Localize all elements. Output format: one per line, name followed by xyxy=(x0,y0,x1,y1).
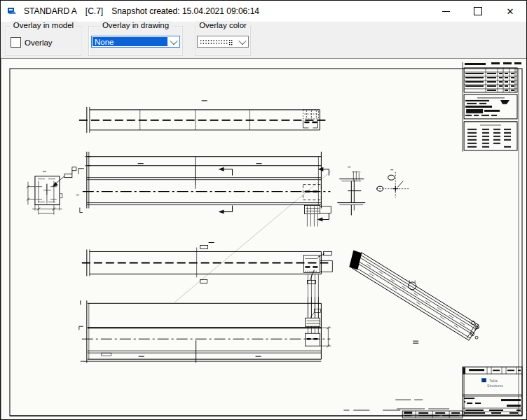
minimize-button[interactable] xyxy=(430,1,462,22)
close-button[interactable]: ✕ xyxy=(494,1,526,22)
group-overlay-in-model: Overlay in model Overlay xyxy=(6,26,81,56)
view-bottom-plan xyxy=(82,242,333,318)
overlay-checkbox-label: Overlay xyxy=(25,38,53,47)
title-product: STANDARD A xyxy=(24,6,77,16)
minimize-icon xyxy=(442,11,450,12)
drawing-canvas[interactable]: Tekla Structures xyxy=(1,59,527,420)
view-bottom-elevation xyxy=(79,297,331,363)
drawing-client-area: Tekla Structures xyxy=(1,58,527,420)
bolt-symbol xyxy=(376,170,409,198)
section-view-beam-end xyxy=(337,167,365,216)
toolbar: Overlay in model Overlay Overlay in draw… xyxy=(1,22,526,58)
tekla-snapshot-icon xyxy=(7,6,18,17)
overlay-checkbox[interactable] xyxy=(11,37,21,48)
detail-end-plate-view xyxy=(27,167,79,215)
title-block-top xyxy=(463,62,521,152)
chevron-down-icon xyxy=(170,36,177,44)
group-overlay-color: Overlay color xyxy=(195,26,251,56)
title-snapshot: Snapshot created: 15.04.2021 09:06:14 xyxy=(111,6,259,16)
chevron-down-icon xyxy=(238,36,246,44)
group-overlay-in-drawing-label: Overlay in drawing xyxy=(100,21,172,29)
overlay-in-drawing-selected-value: None xyxy=(93,37,167,46)
view-front-elevation xyxy=(78,152,331,227)
maximize-icon xyxy=(474,7,482,15)
view-top-plan xyxy=(79,101,329,133)
dropdown-arrow-zone[interactable] xyxy=(236,36,248,47)
close-icon: ✕ xyxy=(507,7,514,16)
overlay-color-dropdown[interactable] xyxy=(197,36,249,48)
dropdown-arrow-zone[interactable] xyxy=(167,36,179,47)
window-title: STANDARD A[C.7]Snapshot created: 15.04.2… xyxy=(24,6,268,16)
maximize-button[interactable] xyxy=(462,1,494,22)
snapshot-window: STANDARD A[C.7]Snapshot created: 15.04.2… xyxy=(0,0,527,420)
bottom-strip xyxy=(343,400,463,418)
titlebar[interactable]: STANDARD A[C.7]Snapshot created: 15.04.2… xyxy=(1,1,526,22)
dotted-line-pattern-icon xyxy=(198,36,236,47)
group-overlay-in-drawing: Overlay in drawing None xyxy=(88,26,183,56)
tekla-logo-text-2: Structures xyxy=(487,384,503,388)
group-overlay-color-label: Overlay color xyxy=(196,21,249,29)
title-reference: [C.7] xyxy=(85,6,103,16)
title-block-bottom: Tekla Structures xyxy=(463,367,522,415)
isometric-view xyxy=(349,250,479,343)
tekla-logo-text-1: Tekla xyxy=(489,379,498,383)
window-controls: ✕ xyxy=(430,1,526,22)
overlay-in-drawing-dropdown[interactable]: None xyxy=(91,36,180,48)
group-overlay-in-model-label: Overlay in model xyxy=(11,21,76,29)
